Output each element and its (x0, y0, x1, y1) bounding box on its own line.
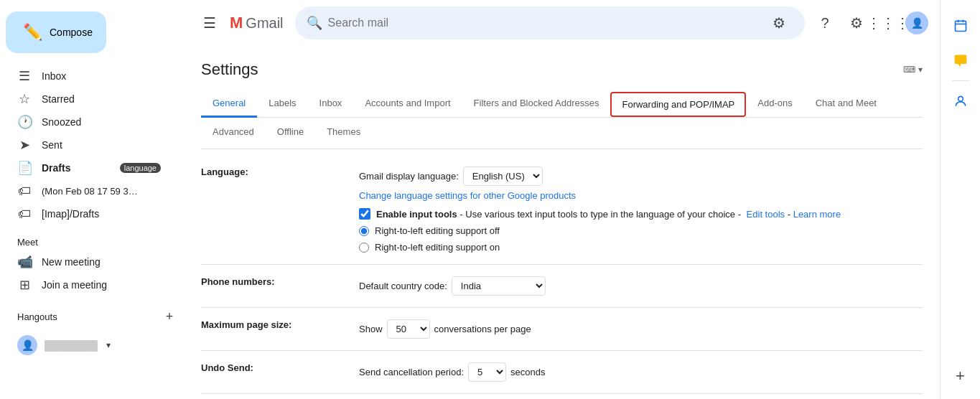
sidebar-item-imap-drafts[interactable]: 🏷 [Imap]/Drafts (0, 202, 172, 225)
sidebar-item-label: Join a meeting (42, 279, 107, 291)
conversations-per-page-label: conversations per page (434, 324, 531, 334)
language-select[interactable]: English (US) English (UK) Español (463, 166, 543, 186)
sidebar-item-label1[interactable]: 🏷 (Mon Feb 08 17 59 3… (0, 179, 172, 202)
sent-icon: ➤ (17, 137, 32, 153)
keyboard-shortcut-label[interactable]: ⌨ ▾ (903, 65, 923, 75)
tab-chat[interactable]: Chat and Meet (804, 90, 888, 118)
settings-tabs: General Labels Inbox Accounts and Import… (201, 90, 923, 118)
enable-input-tools-checkbox[interactable] (359, 208, 370, 220)
seconds-label: seconds (510, 367, 545, 377)
page-size-row: Maximum page size: Show 10 15 20 25 50 1… (201, 308, 923, 351)
subtab-offline[interactable]: Offline (266, 121, 315, 143)
star-icon: ☆ (17, 91, 32, 107)
sidebar-item-drafts[interactable]: 📄 Drafts language (0, 156, 172, 179)
enable-input-tools-row: Enable input tools - Use various text in… (359, 208, 923, 220)
edit-tools-link[interactable]: Edit tools (747, 209, 785, 220)
grid-icon: ⊞ (17, 277, 32, 293)
tab-accounts[interactable]: Accounts and Import (353, 90, 462, 118)
gear-icon: ⚙ (850, 14, 863, 32)
phone-row: Phone numbers: Default country code: Ind… (201, 265, 923, 308)
reply-behavior-label: Default reply behavior: Learn more (201, 394, 359, 400)
sidebar-item-sent[interactable]: ➤ Sent (0, 133, 172, 156)
calendar-strip-icon[interactable] (946, 11, 975, 40)
change-language-link[interactable]: Change language settings for other Googl… (359, 190, 576, 201)
hamburger-icon: ☰ (203, 14, 216, 32)
search-icon: 🔍 (307, 15, 322, 31)
drafts-icon: 📄 (17, 160, 32, 176)
rtl-on-radio[interactable] (359, 243, 369, 253)
avatar: 👤 (17, 335, 37, 355)
display-language-row: Gmail display language: English (US) Eng… (359, 166, 923, 186)
rtl-on-row: Right-to-left editing support on (359, 242, 923, 253)
sidebar-item-snoozed[interactable]: 🕐 Snoozed (0, 111, 172, 133)
country-code-select[interactable]: India United States United Kingdom (452, 276, 546, 296)
sidebar-item-label: Drafts (42, 162, 70, 174)
gmail-logo: M Gmail (230, 14, 284, 32)
phone-label: Phone numbers: (201, 265, 359, 308)
tab-inbox[interactable]: Inbox (308, 90, 354, 118)
tab-filters[interactable]: Filters and Blocked Addresses (462, 90, 611, 118)
avatar[interactable]: 👤 (905, 11, 928, 34)
contacts-strip-icon[interactable] (946, 87, 975, 116)
learn-more-link-language[interactable]: Learn more (793, 209, 841, 220)
subtab-themes[interactable]: Themes (315, 121, 372, 143)
undo-send-inline: Send cancellation period: 5 10 20 30 sec… (359, 362, 923, 382)
phone-country-row: Default country code: India United State… (359, 276, 923, 296)
compose-button[interactable]: ✏️ Compose (6, 11, 106, 53)
rtl-on-label: Right-to-left editing support on (375, 242, 500, 253)
sidebar-item-label: (Mon Feb 08 17 59 3… (42, 186, 138, 197)
page-size-select[interactable]: 10 15 20 25 50 100 (387, 319, 430, 339)
show-label: Show (359, 324, 383, 334)
tab-addons[interactable]: Add-ons (746, 90, 803, 118)
chevron-down-icon: ▾ (106, 340, 111, 350)
tab-forwarding[interactable]: Forwarding and POP/IMAP (610, 92, 746, 117)
compose-label: Compose (50, 27, 93, 38)
sidebar-item-inbox[interactable]: ☰ Inbox (0, 65, 172, 88)
sidebar-item-starred[interactable]: ☆ Starred (0, 88, 172, 111)
language-content: Gmail display language: English (US) Eng… (359, 155, 923, 265)
send-cancel-label: Send cancellation period: (359, 367, 464, 377)
filter-icon: ⚙ (773, 14, 785, 32)
hangouts-add-button[interactable]: + (161, 308, 178, 325)
phone-content: Default country code: India United State… (359, 265, 923, 308)
sidebar-item-label: Sent (42, 139, 62, 151)
search-bar: 🔍 ⚙ (295, 6, 805, 39)
sidebar-item-join-meeting[interactable]: ⊞ Join a meeting (0, 273, 184, 296)
settings-table: Language: Gmail display language: Englis… (201, 155, 923, 399)
hamburger-button[interactable]: ☰ (195, 9, 224, 37)
rtl-off-label: Right-to-left editing support off (375, 225, 500, 236)
keyboard-icon: ⌨ (903, 65, 915, 75)
chat-strip-icon[interactable] (946, 46, 975, 75)
apps-button[interactable]: ⋮⋮⋮ (874, 9, 902, 37)
help-button[interactable]: ? (811, 9, 839, 37)
default-country-label: Default country code: (359, 281, 447, 291)
undo-send-row: Undo Send: Send cancellation period: 5 1… (201, 351, 923, 394)
settings-container: Settings ⌨ ▾ General Labels Inbox Accoun… (184, 46, 940, 399)
enable-input-tools-label: Enable input tools - Use various text in… (376, 209, 841, 220)
add-strip-button[interactable]: + (946, 362, 975, 390)
search-input[interactable] (328, 17, 759, 29)
meet-section-label: Meet (0, 225, 184, 250)
reply-behavior-content: Reply Reply all (359, 394, 923, 400)
search-filter-button[interactable]: ⚙ (765, 9, 793, 37)
sidebar-item-new-meeting[interactable]: 📹 New meeting (0, 250, 184, 273)
undo-send-select[interactable]: 5 10 20 30 (468, 362, 506, 382)
settings-title: Settings ⌨ ▾ (201, 60, 923, 79)
tab-labels[interactable]: Labels (257, 90, 307, 118)
subtab-advanced[interactable]: Advanced (201, 121, 266, 143)
hangout-username: ████████ (45, 340, 98, 351)
sidebar-item-label: Snoozed (42, 116, 81, 128)
tab-general[interactable]: General (201, 90, 257, 118)
language-label: Language: (201, 155, 359, 265)
settings-subtabs: Advanced Offline Themes (201, 118, 923, 149)
sidebar-item-label: Inbox (42, 70, 66, 82)
hangout-user-item[interactable]: 👤 ████████ ▾ (0, 331, 184, 360)
sidebar: ✏️ Compose ☰ Inbox ☆ Starred 🕐 Snoozed ➤… (0, 0, 184, 399)
rtl-off-radio[interactable] (359, 226, 369, 236)
page-size-content: Show 10 15 20 25 50 100 conversations pe… (359, 308, 923, 351)
apps-icon: ⋮⋮⋮ (867, 14, 910, 32)
label-icon: 🏷 (17, 184, 32, 199)
page-size-inline: Show 10 15 20 25 50 100 conversations pe… (359, 319, 923, 339)
sidebar-item-label: Starred (42, 93, 75, 105)
compose-icon: ✏️ (23, 23, 42, 42)
